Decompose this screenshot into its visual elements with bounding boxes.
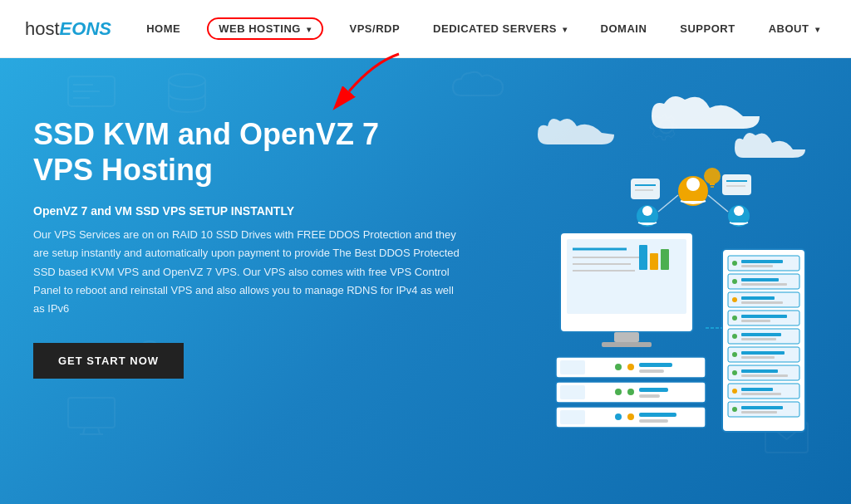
svg-rect-37 (639, 388, 668, 392)
hero-body: Our VPS Services are on on RAID 10 SSD D… (33, 226, 465, 317)
nav-domain[interactable]: DOMAIN (594, 19, 654, 38)
svg-rect-65 (741, 338, 776, 340)
svg-point-51 (732, 279, 737, 284)
logo[interactable]: hostEONS (25, 18, 111, 40)
chevron-down-icon: ▾ (815, 25, 820, 34)
nav-webhosting[interactable]: WEB HOSTING ▾ (207, 17, 322, 40)
svg-rect-68 (741, 351, 785, 355)
svg-line-89 (708, 195, 728, 212)
main-nav: HOME WEB HOSTING ▾ VPS/RDP DEDICATED SER… (140, 17, 826, 40)
svg-rect-40 (560, 410, 585, 424)
svg-rect-43 (639, 413, 676, 417)
svg-rect-52 (741, 278, 779, 281)
svg-point-36 (627, 389, 634, 395)
svg-rect-61 (741, 320, 770, 322)
logo-host: host (25, 18, 60, 40)
svg-line-8 (98, 428, 100, 434)
svg-rect-60 (741, 315, 787, 318)
svg-rect-48 (741, 260, 783, 263)
svg-rect-38 (639, 394, 660, 398)
svg-point-5 (169, 74, 205, 87)
svg-rect-80 (741, 406, 783, 409)
chevron-down-icon: ▾ (563, 25, 568, 34)
logo-eons: EONS (60, 18, 111, 40)
svg-rect-23 (650, 253, 658, 270)
hero-title: SSD KVM and OpenVZ 7VPS Hosting (33, 116, 465, 188)
svg-rect-57 (741, 301, 783, 304)
svg-rect-49 (741, 265, 773, 267)
svg-point-71 (732, 370, 737, 375)
svg-point-42 (627, 413, 634, 420)
hero-subtitle: OpenVZ 7 and VM SSD VPS SETUP INSTANTLY (33, 204, 465, 218)
svg-rect-26 (602, 342, 652, 347)
hero-content: SSD KVM and OpenVZ 7VPS Hosting OpenVZ 7… (33, 116, 465, 379)
svg-point-29 (615, 364, 622, 370)
nav-home[interactable]: HOME (140, 19, 187, 38)
svg-point-75 (732, 389, 737, 394)
svg-rect-6 (68, 398, 115, 428)
svg-rect-22 (639, 245, 647, 270)
svg-point-96 (704, 168, 721, 184)
svg-rect-64 (741, 333, 781, 336)
hero-section: SSD KVM and OpenVZ 7VPS Hosting OpenVZ 7… (0, 58, 851, 504)
svg-point-55 (732, 297, 737, 302)
svg-point-67 (732, 352, 737, 357)
svg-rect-28 (560, 360, 585, 374)
nav-support[interactable]: SUPPORT (673, 19, 741, 38)
svg-rect-69 (741, 356, 775, 359)
svg-rect-72 (741, 369, 778, 373)
hero-illustration (510, 83, 826, 482)
svg-point-83 (686, 178, 700, 191)
svg-rect-53 (741, 283, 787, 286)
nav-vps-rdp[interactable]: VPS/RDP (343, 19, 407, 38)
svg-point-85 (642, 206, 652, 216)
svg-rect-76 (741, 388, 773, 391)
svg-rect-31 (639, 363, 672, 367)
svg-point-79 (732, 407, 737, 412)
svg-rect-93 (722, 174, 751, 195)
svg-point-35 (615, 389, 622, 395)
svg-point-47 (732, 261, 737, 266)
svg-rect-56 (741, 296, 775, 300)
svg-rect-32 (639, 369, 664, 373)
header: hostEONS HOME WEB HOSTING ▾ VPS/RDP DEDI… (0, 0, 851, 58)
nav-about[interactable]: ABOUT ▾ (762, 19, 826, 38)
svg-rect-24 (661, 249, 669, 270)
chevron-down-icon: ▾ (307, 25, 312, 34)
svg-point-59 (732, 316, 737, 321)
nav-dedicated[interactable]: DEDICATED SERVERS ▾ (426, 19, 574, 38)
svg-point-63 (732, 334, 737, 339)
cta-button[interactable]: GET START NOW (33, 343, 184, 379)
svg-rect-90 (631, 179, 660, 199)
svg-rect-77 (741, 393, 781, 395)
svg-rect-81 (741, 411, 777, 413)
svg-point-30 (627, 364, 634, 370)
svg-line-7 (83, 428, 85, 434)
svg-point-41 (615, 413, 622, 420)
svg-rect-73 (741, 374, 788, 377)
svg-rect-44 (639, 419, 668, 423)
svg-point-87 (734, 206, 744, 216)
svg-line-88 (658, 195, 678, 212)
svg-rect-34 (560, 385, 585, 399)
svg-rect-25 (614, 332, 639, 342)
